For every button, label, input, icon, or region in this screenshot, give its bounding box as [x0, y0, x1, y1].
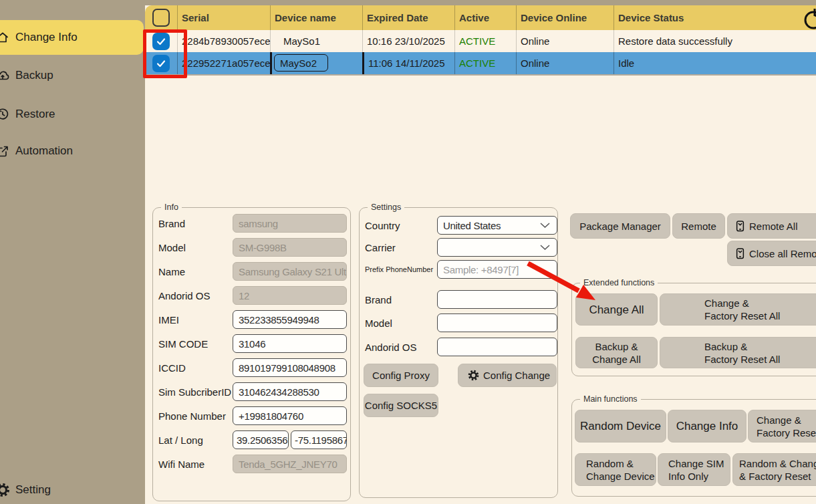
field-label-wifi-name: Wifi Name — [158, 455, 205, 473]
table-bottom-border — [145, 74, 816, 76]
model-field[interactable]: SM-G998B — [233, 238, 347, 257]
sidebar-item-change-info[interactable]: Change Info — [0, 20, 144, 55]
select-all-checkbox[interactable] — [152, 9, 170, 27]
config-change-button[interactable]: Config Change — [458, 364, 557, 387]
field-label-settings-brand: Brand — [365, 290, 392, 309]
info-panel-legend: Info — [161, 203, 182, 212]
change-info-button[interactable]: Change Info — [668, 410, 746, 443]
sidebar-item-label: Setting — [15, 483, 51, 497]
settings-model-field[interactable] — [437, 313, 557, 332]
col-device-online[interactable]: Device Online — [516, 5, 614, 30]
field-label-name: Name — [158, 262, 185, 281]
close-all-remote-button[interactable]: Close all Remote — [727, 241, 816, 266]
sim-subscriber-id-field[interactable]: 310462434288530 — [233, 382, 347, 401]
sidebar-item-automation[interactable]: Automation — [0, 134, 144, 168]
cell-device-status: Idle — [614, 52, 816, 74]
home-icon — [0, 30, 10, 45]
field-label-android-os: Andorid OS — [158, 286, 211, 305]
cell-active: ACTIVE — [454, 30, 516, 52]
settings-android-os-field[interactable] — [437, 338, 557, 356]
sidebar-item-label: Automation — [15, 144, 73, 158]
settings-panel-legend: Settings — [368, 203, 404, 212]
sidebar-item-setting[interactable]: Setting — [0, 473, 144, 504]
col-expired-date[interactable]: Expired Date — [362, 5, 454, 30]
field-label-sim-code: SIM CODE — [158, 334, 208, 353]
sidebar-item-restore[interactable]: Restore — [0, 97, 144, 132]
cell-device-online: Online — [516, 52, 614, 74]
config-proxy-button[interactable]: Config Proxy — [364, 364, 438, 387]
brand-field[interactable]: samsung — [233, 214, 347, 233]
iccid-field[interactable]: 891019799108048908 — [233, 358, 347, 377]
sidebar-item-label: Change Info — [15, 31, 78, 44]
field-label-model: Model — [158, 238, 186, 257]
app-window: Change Info Backup Restore Automation Se… — [0, 0, 816, 504]
field-label-settings-model: Model — [365, 313, 392, 332]
cell-device-online: Online — [516, 30, 614, 52]
remote-all-button[interactable]: Remote All — [727, 213, 816, 239]
info-panel: Info Brand samsung Model SM-G998B Name S… — [152, 207, 351, 501]
sidebar-item-label: Restore — [15, 108, 55, 121]
lat-field[interactable]: 39.25063565 — [233, 430, 289, 449]
change-sim-info-only-button[interactable]: Change SIM Info Only — [658, 453, 730, 486]
phone-number-field[interactable]: +19981804760 — [233, 406, 347, 425]
row-checkbox[interactable] — [152, 33, 170, 50]
col-device-status[interactable]: Device Status — [614, 5, 816, 30]
sim-code-field[interactable]: 31046 — [233, 334, 347, 353]
device-table: Serial Device name Expired Date Active D… — [145, 5, 816, 74]
imei-field[interactable]: 352233855949948 — [233, 310, 347, 329]
android-os-field[interactable]: 12 — [233, 286, 347, 305]
cloud-backup-icon — [0, 68, 10, 83]
backup-change-all-button[interactable]: Backup & Change All — [575, 337, 658, 368]
field-label-brand: Brand — [158, 214, 185, 233]
table-row-selected[interactable]: 222952271a057ece MaySo2 11:06 14/11/2025… — [145, 52, 816, 74]
settings-brand-field[interactable] — [437, 290, 557, 309]
field-label-carrier: Carrier — [365, 238, 396, 257]
chevron-down-icon — [540, 223, 550, 228]
automation-icon — [0, 144, 10, 158]
cell-expired-date: 10:16 23/10/2025 — [362, 30, 454, 52]
table-header: Serial Device name Expired Date Active D… — [145, 5, 816, 30]
sidebar: Change Info Backup Restore Automation Se… — [0, 0, 145, 504]
country-select[interactable]: United States — [437, 216, 557, 235]
col-device-name[interactable]: Device name — [270, 5, 362, 30]
col-active[interactable]: Active — [454, 5, 516, 30]
row-checkbox[interactable] — [152, 55, 170, 72]
restore-icon — [0, 107, 10, 122]
random-device-button[interactable]: Random Device — [575, 410, 666, 443]
cell-device-name: MaySo1 — [270, 30, 362, 52]
table-row[interactable]: 2284b78930057ece MaySo1 10:16 23/10/2025… — [145, 30, 816, 52]
phone-icon — [735, 247, 745, 260]
backup-factory-reset-all-button[interactable]: Backup & Factory Reset All — [660, 337, 816, 368]
field-label-imei: IMEI — [158, 310, 179, 329]
change-all-button[interactable]: Change All — [575, 293, 658, 326]
settings-panel: Settings Country United States Carrier P… — [359, 207, 558, 498]
device-name-edit-input[interactable]: MaySo2 — [274, 54, 328, 72]
random-change-device-button[interactable]: Random & Change Device — [575, 453, 656, 486]
name-field[interactable]: Samsung Galaxy S21 Ultra — [233, 262, 347, 281]
sidebar-item-label: Backup — [15, 69, 53, 82]
col-serial[interactable]: Serial — [177, 5, 270, 30]
cell-expired-date: 11:06 14/11/2025 — [362, 52, 454, 74]
field-label-phone-number: Phone Number — [158, 406, 226, 425]
chevron-down-icon — [540, 245, 550, 250]
field-label-country: Country — [365, 216, 400, 235]
carrier-select[interactable] — [437, 238, 557, 257]
cell-serial: 2284b78930057ece — [177, 30, 270, 52]
config-socks5-button[interactable]: Config SOCKS5 — [364, 394, 438, 417]
cell-serial: 222952271a057ece — [177, 52, 270, 74]
cell-active: ACTIVE — [454, 52, 516, 74]
sidebar-item-backup[interactable]: Backup — [0, 58, 144, 93]
long-field[interactable]: -75.1195867 — [291, 430, 347, 449]
phone-icon — [735, 220, 745, 233]
change-factory-reset-button[interactable]: Change & Factory Reset — [748, 410, 816, 443]
change-factory-reset-all-button[interactable]: Change & Factory Reset All — [660, 293, 816, 326]
field-label-prefix-phone-number: Prefix PhoneNumber — [365, 260, 433, 279]
cell-device-status: Restore data successfully — [614, 30, 816, 52]
wifi-name-field[interactable]: Tenda_5GHZ_JNEY70 — [233, 455, 347, 473]
prefix-phone-number-field[interactable]: Sample: +8497[7] — [437, 260, 557, 279]
field-label-settings-android-os: Andorid OS — [365, 338, 417, 356]
random-change-factory-reset-button[interactable]: Random & Change & Factory Reset — [732, 453, 816, 486]
package-manager-button[interactable]: Package Manager — [570, 213, 670, 239]
extended-functions-legend: Extended functions — [580, 278, 658, 287]
remote-button[interactable]: Remote — [672, 213, 725, 239]
